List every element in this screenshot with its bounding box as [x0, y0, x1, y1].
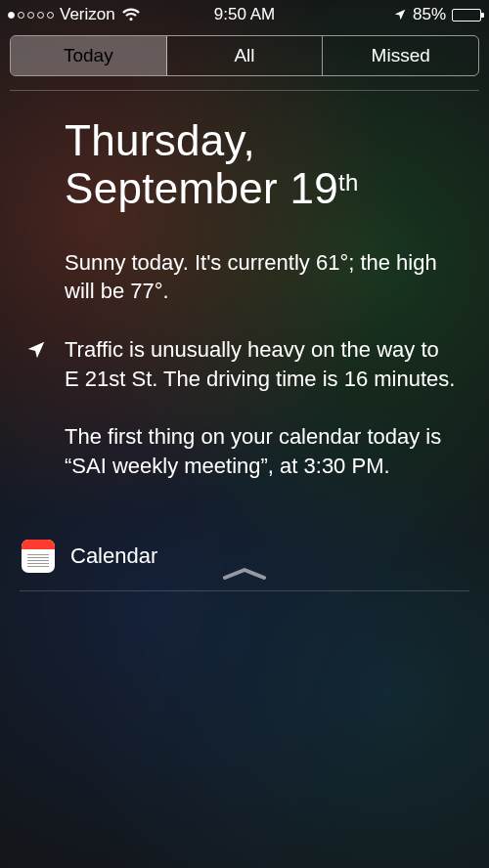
traffic-summary: Traffic is unusually heavy on the way to… [65, 335, 456, 393]
navigation-icon [25, 339, 47, 369]
divider [10, 90, 479, 91]
date-weekday: Thursday, [65, 116, 255, 164]
notification-tabs: Today All Missed [10, 35, 479, 76]
carrier-label: Verizon [60, 5, 115, 24]
battery-icon [452, 9, 481, 22]
divider [20, 590, 469, 591]
signal-strength-icon [8, 12, 54, 19]
status-bar: Verizon 9:50 AM 85% [0, 0, 489, 29]
tab-all[interactable]: All [167, 36, 324, 75]
tab-missed[interactable]: Missed [323, 36, 478, 75]
date-ordinal: th [338, 169, 359, 195]
date-monthday: September 19 [65, 164, 338, 212]
calendar-summary: The first thing on your calendar today i… [65, 422, 456, 480]
weather-summary: Sunny today. It's currently 61°; the hig… [65, 248, 456, 306]
tab-today[interactable]: Today [11, 36, 167, 75]
date-heading: Thursday, September 19th [65, 116, 479, 213]
drawer-grabber-icon[interactable] [0, 566, 489, 584]
traffic-text: Traffic is unusually heavy on the way to… [65, 337, 455, 391]
battery-percent: 85% [413, 5, 446, 24]
wifi-icon [121, 8, 141, 22]
location-services-icon [393, 8, 407, 22]
